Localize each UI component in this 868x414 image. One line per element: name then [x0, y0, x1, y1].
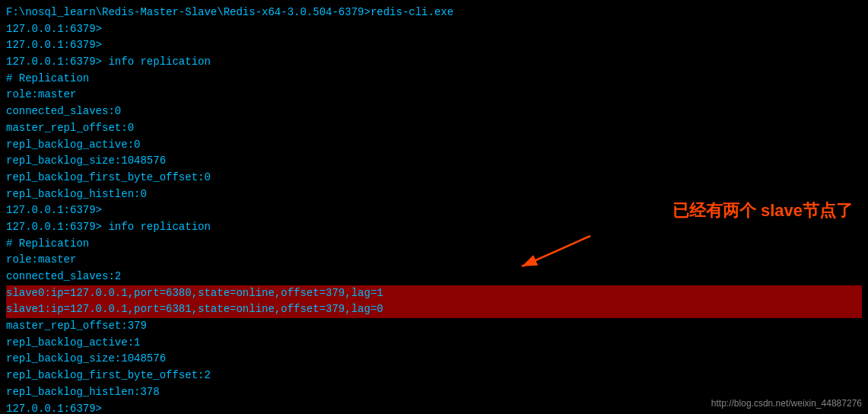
watermark: http://blog.csdn.net/weixin_44887276: [711, 396, 862, 411]
terminal-line: repl_backlog_first_byte_offset:0: [6, 170, 862, 186]
terminal-line: repl_backlog_active:0: [6, 137, 862, 154]
terminal-line: F:\nosql_learn\Redis-Master-Slave\Redis-…: [6, 5, 862, 21]
terminal-line: role:master: [6, 252, 862, 269]
terminal-line: 127.0.0.1:6379>: [6, 21, 862, 38]
terminal-line: slave0:ip=127.0.0.1,port=6380,state=onli…: [6, 285, 862, 302]
annotation-text-container: 已经有两个 slave节点了: [672, 198, 853, 224]
terminal-line: 127.0.0.1:6379>: [6, 37, 862, 54]
terminal-line: repl_backlog_active:1: [6, 335, 862, 352]
svg-line-1: [522, 236, 590, 266]
terminal-line: master_repl_offset:0: [6, 120, 862, 137]
terminal-line: slave1:ip=127.0.0.1,port=6381,state=onli…: [6, 301, 862, 318]
annotation-label: 已经有两个 slave节点了: [672, 201, 853, 220]
terminal-line: # Replication: [6, 236, 862, 253]
terminal-window: F:\nosql_learn\Redis-Master-Slave\Redis-…: [0, 0, 868, 414]
terminal-line: master_repl_offset:379: [6, 318, 862, 335]
terminal-line: connected_slaves:0: [6, 104, 862, 120]
terminal-line: repl_backlog_size:1048576: [6, 153, 862, 170]
terminal-line: repl_backlog_size:1048576: [6, 351, 862, 368]
terminal-line: repl_backlog_first_byte_offset:2: [6, 368, 862, 384]
terminal-line: # Replication: [6, 71, 862, 88]
terminal-line: connected_slaves:2: [6, 269, 862, 285]
annotation-arrow: [507, 228, 598, 274]
terminal-line: 127.0.0.1:6379> info replication: [6, 54, 862, 71]
terminal-line: role:master: [6, 87, 862, 104]
